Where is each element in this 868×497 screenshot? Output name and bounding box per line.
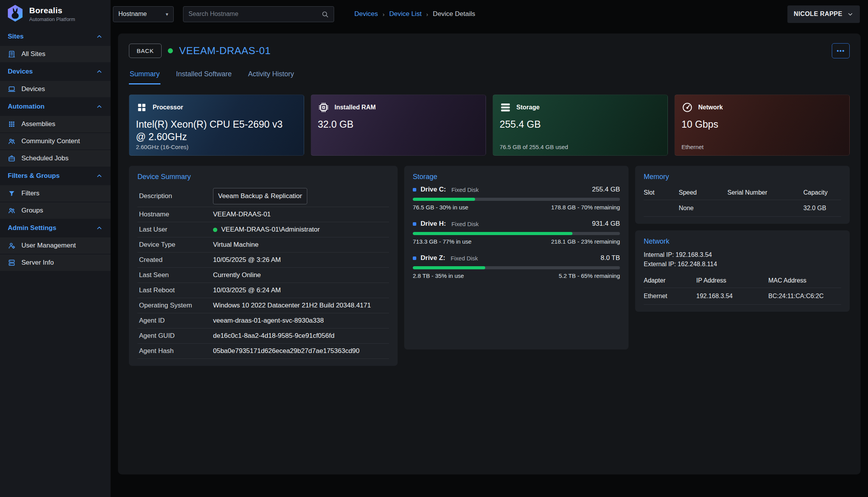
caret-down-icon: ▾ bbox=[166, 11, 168, 17]
sidebar-section-filters-groups[interactable]: Filters & Groups bbox=[0, 167, 111, 184]
drive-used-text: 713.3 GB - 77% in use bbox=[413, 238, 472, 245]
dropdown-selected-value: Hostname bbox=[118, 11, 147, 18]
sidebar-item-scheduled-jobs[interactable]: Scheduled Jobs bbox=[0, 150, 111, 167]
breadcrumb-device-list[interactable]: Device List bbox=[389, 10, 421, 18]
sidebar-item-label: Devices bbox=[21, 85, 45, 93]
card-label: Storage bbox=[516, 104, 540, 111]
ellipsis-icon: ••• bbox=[837, 47, 845, 55]
sidebar-section-devices[interactable]: Devices bbox=[0, 63, 111, 80]
breadcrumb-current: Device Details bbox=[433, 10, 475, 18]
sidebar-item-label: All Sites bbox=[21, 50, 45, 58]
breadcrumb-devices[interactable]: Devices bbox=[354, 10, 378, 18]
chevron-up-icon bbox=[96, 103, 103, 110]
device-summary-panel: Device Summary Description Hostname VEEA… bbox=[129, 166, 398, 366]
card-label: Network bbox=[698, 104, 723, 111]
memory-table: Slot Speed Serial Number Capacity None bbox=[644, 186, 841, 217]
panel-title: Device Summary bbox=[137, 173, 389, 181]
drive-remaining-text: 178.8 GB - 70% remaining bbox=[551, 204, 620, 211]
topbar: Hostname ▾ Devices › Device List › Devic… bbox=[111, 0, 868, 28]
user-name: NICOLE RAPPE bbox=[794, 11, 842, 18]
network-card: Network 10 Gbps Ethernet bbox=[674, 95, 850, 156]
sidebar-item-user-management[interactable]: User Management bbox=[0, 237, 111, 254]
sidebar-item-groups[interactable]: Groups bbox=[0, 202, 111, 219]
sidebar-item-server-info[interactable]: Server Info bbox=[0, 255, 111, 271]
summary-row-last-user: Last User VEEAM-DRAAS-01\Administrator bbox=[137, 222, 389, 237]
tab-summary[interactable]: Summary bbox=[129, 66, 160, 84]
drive-row-h: Drive H: Fixed Disk 931.4 GB 713.3 GB - … bbox=[413, 220, 620, 245]
sidebar-section-admin-settings[interactable]: Admin Settings bbox=[0, 220, 111, 237]
sidebar-item-devices[interactable]: Devices bbox=[0, 81, 111, 97]
laptop-icon bbox=[8, 85, 16, 93]
panel-title: Storage bbox=[413, 173, 620, 181]
processor-footer: 2.60GHz (16-Cores) bbox=[136, 144, 188, 150]
brand-text: Borealis Automation Platform bbox=[29, 6, 75, 22]
memory-chip-icon bbox=[318, 102, 329, 113]
app-root: Borealis Automation Platform Sites All S… bbox=[0, 0, 868, 497]
drive-bullet-icon bbox=[413, 256, 416, 260]
brand-logo-block[interactable]: Borealis Automation Platform bbox=[0, 0, 111, 28]
drive-row-c: Drive C: Fixed Disk 255.4 GB 76.5 GB - 3… bbox=[413, 186, 620, 211]
sidebar-item-label: Scheduled Jobs bbox=[21, 155, 69, 162]
chevron-down-icon bbox=[847, 11, 854, 18]
summary-row-agent-guid: Agent GUID de16c0c1-8aa2-4d18-9585-9ce91… bbox=[137, 328, 389, 344]
breadcrumb-separator: › bbox=[382, 11, 384, 18]
drive-used-text: 76.5 GB - 30% in use bbox=[413, 204, 468, 211]
borealis-logo-icon bbox=[6, 4, 24, 24]
section-label: Automation bbox=[8, 103, 44, 111]
summary-row-created: Created 10/05/2025 @ 3:26 AM bbox=[137, 253, 389, 268]
building-icon bbox=[8, 50, 16, 58]
storage-value: 255.4 GB bbox=[500, 118, 655, 131]
back-button[interactable]: BACK bbox=[129, 44, 162, 58]
people-icon bbox=[8, 137, 16, 145]
drive-row-z: Drive Z: Fixed Disk 8.0 TB 2.8 TB - 35% … bbox=[413, 254, 620, 279]
sidebar-item-community-content[interactable]: Community Content bbox=[0, 133, 111, 149]
column-header: MAC Address bbox=[768, 274, 841, 288]
sidebar-section-automation[interactable]: Automation bbox=[0, 98, 111, 115]
more-options-button[interactable]: ••• bbox=[832, 43, 850, 58]
column-header: Capacity bbox=[803, 186, 841, 200]
drive-bullet-icon bbox=[413, 188, 416, 191]
content-area: BACK VEEAM-DRAAS-01 ••• Summary Installe… bbox=[111, 28, 868, 497]
summary-row-agent-id: Agent ID veeam-draas-01-agent-svc-8930a3… bbox=[137, 313, 389, 328]
description-input[interactable] bbox=[213, 188, 307, 204]
sidebar-nav: Sites All Sites Devices bbox=[0, 28, 111, 272]
card-label: Installed RAM bbox=[335, 104, 376, 111]
tab-activity-history[interactable]: Activity History bbox=[247, 66, 295, 84]
summary-row-agent-hash: Agent Hash 05ba0e7935171d626ecea29b27d7a… bbox=[137, 344, 389, 359]
column-header: IP Address bbox=[696, 274, 768, 288]
funnel-icon bbox=[8, 190, 16, 197]
sidebar-item-all-sites[interactable]: All Sites bbox=[0, 46, 111, 62]
briefcase-icon bbox=[8, 155, 16, 162]
storage-panel: Storage Drive C: Fixed Disk 255.4 GB bbox=[404, 166, 629, 349]
sidebar-item-label: Filters bbox=[21, 190, 39, 197]
sidebar-item-assemblies[interactable]: Assemblies bbox=[0, 116, 111, 132]
tab-installed-software[interactable]: Installed Software bbox=[175, 66, 232, 84]
sidebar-item-label: User Management bbox=[21, 242, 76, 249]
card-label: Processor bbox=[153, 104, 183, 111]
column-header: Speed bbox=[679, 186, 727, 200]
sidebar-item-filters[interactable]: Filters bbox=[0, 185, 111, 202]
search-field-dropdown[interactable]: Hostname ▾ bbox=[113, 6, 174, 22]
sidebar-section-sites[interactable]: Sites bbox=[0, 28, 111, 45]
user-menu-button[interactable]: NICOLE RAPPE bbox=[787, 5, 860, 23]
page-header: BACK VEEAM-DRAAS-01 ••• bbox=[129, 43, 850, 58]
section-label: Admin Settings bbox=[8, 224, 56, 232]
page-title: VEEAM-DRAAS-01 bbox=[179, 45, 271, 57]
chevron-up-icon bbox=[96, 172, 103, 179]
network-panel: Network Internal IP: 192.168.3.54 Extern… bbox=[635, 230, 850, 312]
ram-card: Installed RAM 32.0 GB bbox=[311, 95, 486, 156]
online-status-dot bbox=[168, 48, 173, 53]
detail-columns: Device Summary Description Hostname VEEA… bbox=[129, 166, 850, 366]
main-column: Hostname ▾ Devices › Device List › Devic… bbox=[111, 0, 868, 497]
gauge-icon bbox=[681, 102, 693, 113]
column-header: Slot bbox=[644, 186, 679, 200]
internal-ip: Internal IP: 192.168.3.54 bbox=[644, 250, 841, 260]
network-table: Adapter IP Address MAC Address Ethernet … bbox=[644, 274, 841, 305]
server-icon bbox=[8, 259, 16, 267]
search-input[interactable] bbox=[188, 11, 317, 18]
drive-usage-bar bbox=[413, 232, 620, 235]
column-header: Adapter bbox=[644, 274, 696, 288]
processor-card: Processor Intel(R) Xeon(R) CPU E5-2690 v… bbox=[129, 95, 304, 156]
sidebar-item-label: Community Content bbox=[21, 137, 80, 145]
search-box bbox=[183, 6, 334, 22]
